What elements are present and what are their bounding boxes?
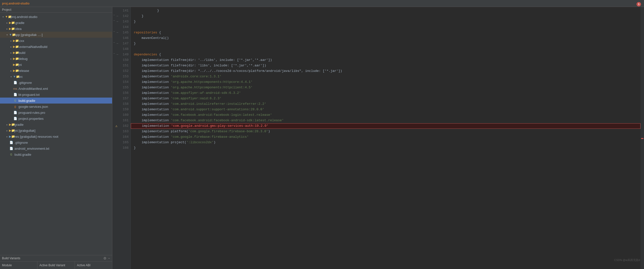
tree-file-icon: ▶📁 [13, 68, 18, 73]
code-line: implementation 'com.appsflyer:oaid:6.2.3… [131, 96, 640, 101]
tree-item-label: .externalNativeBuild [18, 45, 48, 49]
code-line: } [131, 19, 640, 24]
tree-item-label: AndroidManifest.xml [18, 87, 48, 90]
tree-container[interactable]: ▼📁proj.android-studio▶📁.gradle▶📁.idea▼📁a… [0, 13, 112, 255]
tree-arrow [5, 22, 9, 24]
line-number: 144 [116, 24, 130, 30]
line-number: 142 [116, 14, 130, 19]
fold-gutter-item [112, 34, 116, 40]
tree-item-22[interactable]: 📄.gitignore [0, 140, 112, 146]
tree-file-icon: ▶📁 [13, 44, 18, 49]
fold-gutter-item [112, 139, 116, 144]
code-segment: ) [268, 129, 270, 134]
tree-item-16[interactable]: {}google-services.json [0, 104, 112, 110]
tree-arrow [9, 52, 13, 54]
tree-item-11[interactable]: ▼📁src [0, 74, 112, 80]
code-segment: dependencies [134, 52, 157, 58]
fold-gutter-item[interactable]: − [112, 29, 116, 34]
tree-file-icon: ▶📁 [9, 26, 14, 31]
tree-item-14[interactable]: 📄bt-proguard.txt [0, 92, 112, 98]
tree-item-19[interactable]: ▶📁gradle [0, 122, 112, 128]
tree-item-10[interactable]: ▶📁release [0, 68, 112, 74]
code-line: implementation 'com.android.installrefer… [131, 101, 640, 107]
fold-gutter: −−−−− [112, 7, 116, 269]
code-line: dependencies { [131, 52, 640, 58]
code-segment: implementation [134, 96, 171, 101]
line-number: 141 [116, 8, 130, 14]
code-segment: ':libcocos2dx' [186, 140, 214, 145]
code-line: mavenCentral() [131, 36, 640, 41]
tree-item-21[interactable]: ▶📁res [grabgullak] resources root [0, 134, 112, 140]
code-line: } [131, 41, 640, 46]
fold-gutter-item[interactable]: − [112, 51, 116, 56]
code-segment: implementation [134, 112, 171, 118]
tree-file-icon: 📄 [9, 146, 14, 151]
tree-item-17[interactable]: 📄proguard-rules.pro [0, 110, 112, 116]
tree-item-label: google-services.json [18, 105, 48, 108]
code-segment: implementation [134, 118, 171, 123]
minimize-icon[interactable]: − [108, 256, 110, 260]
fold-gutter-item[interactable]: − [112, 40, 116, 46]
tree-item-8[interactable]: ▶📁debug [0, 56, 112, 62]
line-number: ⚠162 [116, 123, 130, 129]
fold-gutter-item[interactable]: − [112, 12, 116, 18]
code-segment: implementation [134, 90, 171, 96]
fold-gutter-item [112, 144, 116, 150]
fold-gutter-item [112, 84, 116, 89]
tree-arrow [9, 69, 13, 72]
tree-item-label: .gradle [14, 21, 24, 25]
code-segment: 'androidx.core:core:1.3.1' [171, 74, 222, 79]
panel-icons: ⚙ − [103, 256, 110, 260]
tree-item-24[interactable]: Gbuild.gradle [0, 152, 112, 158]
tree-arrow [9, 58, 13, 60]
tree-item-1[interactable]: ▼📁proj.android-studio [0, 14, 112, 20]
line-numbers: 1411421431441451461471481491501511521531… [116, 7, 131, 269]
code-line: implementation project(':libcocos2dx') [131, 140, 640, 145]
code-segment: 'com.android.support:support-annotations… [171, 107, 264, 112]
tree-item-12[interactable]: 📄.gitignore [0, 80, 112, 86]
tree-item-7[interactable]: ▶📁build [0, 50, 112, 56]
code-segment: } [134, 41, 136, 46]
tree-item-18[interactable]: 📄project.properties [0, 116, 112, 122]
fold-gutter-item[interactable]: − [112, 18, 116, 24]
line-number: 150 [116, 58, 130, 63]
code-segment: implementation [134, 134, 171, 140]
code-line: } [131, 14, 640, 19]
tree-item-label: app [grabgullak …·] [14, 33, 43, 37]
tree-item-6[interactable]: ▶📁.externalNativeBuild [0, 44, 112, 50]
tree-file-icon: 📄 [13, 92, 18, 97]
code-line [131, 46, 640, 52]
tree-item-23[interactable]: 📄android_environment.txt [0, 146, 112, 152]
active-build-variant-col: Active Build Variant [38, 262, 75, 269]
line-number: 156 [116, 90, 130, 96]
fold-gutter-item [112, 62, 116, 67]
line-number: 146 [116, 36, 130, 41]
sidebar-title: Project [0, 7, 112, 13]
line-number: 154 [116, 79, 130, 85]
code-line: implementation 'com.facebook.android:fac… [131, 112, 640, 118]
code-line: } [131, 8, 640, 14]
code-lines[interactable]: } }} repositories { mavenCentral()} depe… [131, 7, 640, 269]
tree-item-13[interactable]: XMLAndroidManifest.xml [0, 86, 112, 92]
code-container[interactable]: −−−−− 1411421431441451461471481491501511… [112, 7, 644, 269]
line-number: 159 [116, 107, 130, 112]
code-segment: } [134, 145, 136, 151]
tree-item-9[interactable]: ▶📁jni [0, 62, 112, 68]
active-abi-col: Active ABI [75, 262, 112, 269]
error-marker [641, 138, 644, 139]
code-line: implementation fileTree(dir: "../../../c… [131, 68, 640, 74]
tree-item-3[interactable]: ▶📁.idea [0, 26, 112, 32]
tree-item-2[interactable]: ▶📁.gradle [0, 20, 112, 26]
settings-icon[interactable]: ⚙ [103, 256, 106, 260]
code-line: repositories { [131, 30, 640, 36]
code-line: implementation fileTree(dir: '../libs', … [131, 58, 640, 63]
tree-file-icon: {} [13, 104, 18, 109]
tree-item-20[interactable]: ▶📁jni [grabgullak] [0, 128, 112, 134]
tree-item-15[interactable]: Gbuild.gradle [0, 98, 112, 104]
code-segment: implementation [134, 123, 171, 129]
code-segment: mavenCentral() [134, 36, 169, 41]
code-segment: implementation [134, 101, 171, 107]
tree-file-icon: ▶📁 [13, 38, 18, 43]
tree-item-5[interactable]: ▶📁.cxx [0, 38, 112, 44]
tree-item-4[interactable]: ▼📁app [grabgullak …·] [0, 32, 112, 38]
